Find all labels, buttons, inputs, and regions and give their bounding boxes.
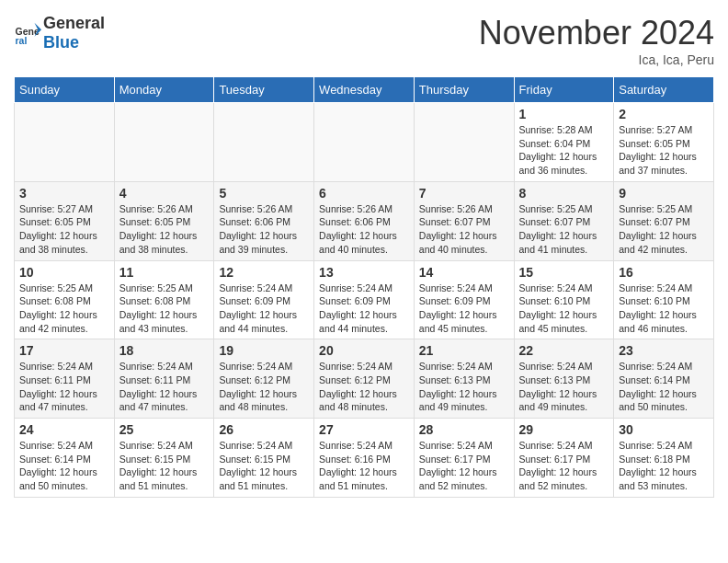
day-info: Sunrise: 5:24 AM Sunset: 6:12 PM Dayligh… (319, 360, 409, 414)
day-info: Sunrise: 5:24 AM Sunset: 6:17 PM Dayligh… (419, 439, 509, 493)
logo-blue: Blue (43, 33, 105, 52)
day-number: 8 (519, 186, 609, 201)
calendar-cell (314, 103, 415, 182)
calendar-cell: 16Sunrise: 5:24 AM Sunset: 6:10 PM Dayli… (614, 260, 714, 339)
calendar-cell (15, 103, 115, 182)
day-number: 27 (319, 422, 409, 437)
logo-text: General Blue (43, 14, 105, 52)
day-info: Sunrise: 5:24 AM Sunset: 6:17 PM Dayligh… (519, 439, 609, 493)
calendar-cell: 6Sunrise: 5:26 AM Sunset: 6:06 PM Daylig… (314, 181, 415, 260)
day-info: Sunrise: 5:26 AM Sunset: 6:06 PM Dayligh… (319, 202, 409, 257)
day-number: 17 (19, 343, 109, 358)
day-info: Sunrise: 5:24 AM Sunset: 6:11 PM Dayligh… (19, 360, 109, 414)
calendar-cell: 18Sunrise: 5:24 AM Sunset: 6:11 PM Dayli… (114, 339, 214, 419)
calendar-cell (414, 103, 514, 182)
day-info: Sunrise: 5:24 AM Sunset: 6:12 PM Dayligh… (219, 360, 309, 414)
page-header: Gene ral General Blue November 2024 Ica,… (14, 14, 714, 67)
weekday-header-row: SundayMondayTuesdayWednesdayThursdayFrid… (15, 77, 714, 103)
weekday-header-wednesday: Wednesday (314, 77, 415, 103)
day-info: Sunrise: 5:24 AM Sunset: 6:14 PM Dayligh… (619, 360, 709, 414)
logo-general: General (43, 14, 105, 33)
calendar-cell: 13Sunrise: 5:24 AM Sunset: 6:09 PM Dayli… (314, 260, 415, 339)
calendar-cell: 10Sunrise: 5:25 AM Sunset: 6:08 PM Dayli… (15, 260, 115, 339)
calendar-cell: 25Sunrise: 5:24 AM Sunset: 6:15 PM Dayli… (114, 419, 214, 498)
day-info: Sunrise: 5:24 AM Sunset: 6:14 PM Dayligh… (19, 439, 109, 493)
day-info: Sunrise: 5:24 AM Sunset: 6:10 PM Dayligh… (519, 282, 609, 336)
day-number: 21 (419, 343, 509, 358)
calendar-cell: 27Sunrise: 5:24 AM Sunset: 6:16 PM Dayli… (314, 419, 415, 498)
day-info: Sunrise: 5:24 AM Sunset: 6:09 PM Dayligh… (419, 282, 509, 336)
day-info: Sunrise: 5:24 AM Sunset: 6:09 PM Dayligh… (319, 282, 409, 336)
calendar-cell: 14Sunrise: 5:24 AM Sunset: 6:09 PM Dayli… (414, 260, 514, 339)
calendar-cell: 2Sunrise: 5:27 AM Sunset: 6:05 PM Daylig… (614, 103, 714, 182)
day-number: 1 (519, 107, 609, 121)
day-number: 16 (619, 265, 709, 280)
calendar-cell: 19Sunrise: 5:24 AM Sunset: 6:12 PM Dayli… (214, 339, 314, 419)
day-number: 30 (619, 422, 709, 437)
calendar-cell (214, 103, 314, 182)
day-number: 19 (219, 343, 309, 358)
day-info: Sunrise: 5:24 AM Sunset: 6:11 PM Dayligh… (119, 360, 210, 414)
day-info: Sunrise: 5:27 AM Sunset: 6:05 PM Dayligh… (19, 202, 109, 257)
day-number: 3 (19, 186, 109, 201)
day-info: Sunrise: 5:25 AM Sunset: 6:08 PM Dayligh… (19, 282, 109, 336)
day-info: Sunrise: 5:24 AM Sunset: 6:16 PM Dayligh… (319, 439, 409, 493)
calendar-week-3: 10Sunrise: 5:25 AM Sunset: 6:08 PM Dayli… (15, 260, 714, 339)
weekday-header-tuesday: Tuesday (214, 77, 314, 103)
day-number: 5 (219, 186, 309, 201)
day-number: 13 (319, 265, 409, 280)
weekday-header-thursday: Thursday (414, 77, 514, 103)
day-number: 6 (319, 186, 409, 201)
calendar-cell: 21Sunrise: 5:24 AM Sunset: 6:13 PM Dayli… (414, 339, 514, 419)
calendar-week-2: 3Sunrise: 5:27 AM Sunset: 6:05 PM Daylig… (15, 181, 714, 260)
calendar-week-4: 17Sunrise: 5:24 AM Sunset: 6:11 PM Dayli… (15, 339, 714, 419)
calendar-cell: 5Sunrise: 5:26 AM Sunset: 6:06 PM Daylig… (214, 181, 314, 260)
title-block: November 2024 Ica, Ica, Peru (479, 14, 714, 67)
day-number: 11 (119, 265, 210, 280)
calendar-cell: 4Sunrise: 5:26 AM Sunset: 6:05 PM Daylig… (114, 181, 214, 260)
day-number: 22 (519, 343, 609, 358)
day-number: 9 (619, 186, 709, 201)
day-number: 28 (419, 422, 509, 437)
day-number: 12 (219, 265, 309, 280)
day-number: 20 (319, 343, 409, 358)
weekday-header-friday: Friday (514, 77, 614, 103)
calendar-cell: 30Sunrise: 5:24 AM Sunset: 6:18 PM Dayli… (614, 419, 714, 498)
day-number: 14 (419, 265, 509, 280)
day-info: Sunrise: 5:24 AM Sunset: 6:18 PM Dayligh… (619, 439, 709, 493)
calendar-cell: 17Sunrise: 5:24 AM Sunset: 6:11 PM Dayli… (15, 339, 115, 419)
calendar-cell: 22Sunrise: 5:24 AM Sunset: 6:13 PM Dayli… (514, 339, 614, 419)
svg-text:ral: ral (16, 35, 28, 46)
month-title: November 2024 (479, 14, 714, 52)
day-info: Sunrise: 5:25 AM Sunset: 6:08 PM Dayligh… (119, 282, 210, 336)
day-info: Sunrise: 5:26 AM Sunset: 6:05 PM Dayligh… (119, 202, 210, 257)
day-info: Sunrise: 5:24 AM Sunset: 6:15 PM Dayligh… (219, 439, 309, 493)
day-number: 23 (619, 343, 709, 358)
logo: Gene ral General Blue (14, 14, 105, 52)
day-number: 10 (19, 265, 109, 280)
day-info: Sunrise: 5:26 AM Sunset: 6:06 PM Dayligh… (219, 202, 309, 257)
day-number: 24 (19, 422, 109, 437)
weekday-header-sunday: Sunday (15, 77, 115, 103)
location: Ica, Ica, Peru (479, 52, 714, 67)
day-info: Sunrise: 5:27 AM Sunset: 6:05 PM Dayligh… (619, 123, 709, 178)
calendar-cell: 12Sunrise: 5:24 AM Sunset: 6:09 PM Dayli… (214, 260, 314, 339)
calendar-cell: 3Sunrise: 5:27 AM Sunset: 6:05 PM Daylig… (15, 181, 115, 260)
day-number: 25 (119, 422, 210, 437)
weekday-header-saturday: Saturday (614, 77, 714, 103)
day-number: 29 (519, 422, 609, 437)
day-info: Sunrise: 5:28 AM Sunset: 6:04 PM Dayligh… (519, 123, 609, 178)
calendar-cell: 1Sunrise: 5:28 AM Sunset: 6:04 PM Daylig… (514, 103, 614, 182)
day-number: 18 (119, 343, 210, 358)
day-info: Sunrise: 5:25 AM Sunset: 6:07 PM Dayligh… (519, 202, 609, 257)
calendar-cell (114, 103, 214, 182)
calendar-table: SundayMondayTuesdayWednesdayThursdayFrid… (14, 76, 714, 498)
day-info: Sunrise: 5:25 AM Sunset: 6:07 PM Dayligh… (619, 202, 709, 257)
calendar-cell: 9Sunrise: 5:25 AM Sunset: 6:07 PM Daylig… (614, 181, 714, 260)
day-info: Sunrise: 5:24 AM Sunset: 6:09 PM Dayligh… (219, 282, 309, 336)
calendar-cell: 29Sunrise: 5:24 AM Sunset: 6:17 PM Dayli… (514, 419, 614, 498)
logo-icon: Gene ral (14, 19, 41, 47)
calendar-cell: 8Sunrise: 5:25 AM Sunset: 6:07 PM Daylig… (514, 181, 614, 260)
weekday-header-monday: Monday (114, 77, 214, 103)
calendar-cell: 24Sunrise: 5:24 AM Sunset: 6:14 PM Dayli… (15, 419, 115, 498)
